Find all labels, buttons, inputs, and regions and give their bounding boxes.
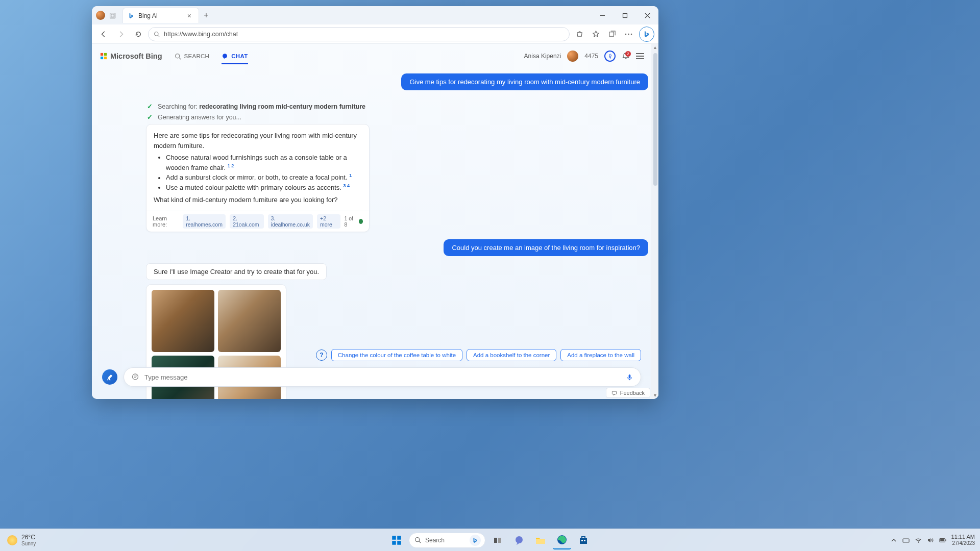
svg-rect-12 <box>101 53 103 56</box>
start-button[interactable] <box>387 531 406 549</box>
searching-status: ✓ Searching for: redecorating living roo… <box>102 103 648 110</box>
volume-icon[interactable] <box>927 537 934 544</box>
svg-rect-32 <box>494 538 497 543</box>
svg-point-6 <box>155 32 159 36</box>
svg-point-11 <box>630 33 632 35</box>
taskbar: 26°C Sunny Search 11:11 AM 27/4/2023 <box>0 529 980 551</box>
suggestion-chip[interactable]: Add a fireplace to the wall <box>560 349 641 361</box>
check-icon: ✓ <box>147 103 153 110</box>
suggestion-chip[interactable]: Change the colour of the coffee table to… <box>331 349 462 361</box>
taskbar-search[interactable]: Search <box>409 533 485 548</box>
svg-point-10 <box>628 33 629 35</box>
svg-point-9 <box>625 33 626 35</box>
browser-tab[interactable]: Bing AI × <box>122 8 199 23</box>
profile-avatar-icon[interactable] <box>96 11 105 20</box>
explorer-button[interactable] <box>531 531 550 549</box>
new-tab-button[interactable]: + <box>199 11 213 20</box>
bing-header: Microsoft Bing SEARCH CHAT Anisa Kipenzi… <box>92 44 658 68</box>
close-button[interactable] <box>636 6 658 24</box>
svg-point-18 <box>223 54 227 58</box>
shopping-icon[interactable] <box>572 27 587 42</box>
svg-rect-28 <box>392 541 396 545</box>
logo-text: Microsoft Bing <box>110 52 162 60</box>
message-input-box[interactable] <box>124 367 641 387</box>
citation[interactable]: 1 2 <box>228 163 234 168</box>
nav-chat[interactable]: CHAT <box>222 53 248 64</box>
source-chip-more[interactable]: +2 more <box>317 214 340 229</box>
refresh-button[interactable] <box>131 27 146 42</box>
svg-point-16 <box>175 54 179 58</box>
feedback-button[interactable]: Feedback <box>606 388 650 398</box>
maximize-button[interactable] <box>614 6 636 24</box>
svg-rect-33 <box>498 538 501 543</box>
task-view-button[interactable] <box>488 531 507 549</box>
answer-card: Here are some tips for redecorating your… <box>146 124 370 232</box>
searching-query: redecorating living room mid-century mod… <box>199 103 365 110</box>
menu-button[interactable] <box>636 53 644 59</box>
citation[interactable]: 1 <box>349 173 352 178</box>
tab-close-icon[interactable]: × <box>185 12 193 20</box>
store-button[interactable] <box>574 531 593 549</box>
system-tray: 11:11 AM 27/4/2023 <box>890 534 975 546</box>
generating-text: Generating answers for you... <box>158 114 241 121</box>
assistant-message: Sure I'll use Image Creator and try to c… <box>146 263 327 280</box>
suggestion-row: ? Change the colour of the coffee table … <box>316 349 641 361</box>
suggestion-chip[interactable]: Add a bookshelf to the corner <box>467 349 556 361</box>
edge-button[interactable] <box>553 531 571 549</box>
nav-search[interactable]: SEARCH <box>175 53 210 60</box>
svg-rect-14 <box>101 57 103 59</box>
chat-app-button[interactable] <box>510 531 528 549</box>
clock-date: 27/4/2023 <box>951 540 975 546</box>
bing-chat-icon[interactable] <box>470 535 481 546</box>
weather-sun-icon <box>7 535 17 545</box>
notifications-button[interactable]: 2 <box>622 52 630 60</box>
tab-actions-icon[interactable] <box>105 8 119 22</box>
source-chip[interactable]: 3. idealhome.co.uk <box>268 214 313 229</box>
citation[interactable]: 3 4 <box>344 183 350 188</box>
source-chip[interactable]: 2. 21oak.com <box>230 214 263 229</box>
svg-rect-40 <box>903 539 909 542</box>
bing-logo[interactable]: Microsoft Bing <box>100 52 162 60</box>
url-input[interactable]: https://www.bing.com/chat <box>148 27 570 41</box>
svg-rect-26 <box>392 536 396 540</box>
clock[interactable]: 11:11 AM 27/4/2023 <box>951 534 975 546</box>
svg-rect-15 <box>104 57 107 59</box>
more-icon[interactable] <box>621 27 636 42</box>
keyboard-icon[interactable] <box>902 537 910 544</box>
help-icon[interactable]: ? <box>316 349 327 361</box>
answer-intro: Here are some tips for redecorating your… <box>154 131 362 151</box>
message-input[interactable] <box>144 373 621 381</box>
chat-input-icon <box>131 373 139 381</box>
tab-title: Bing AI <box>138 12 158 19</box>
favorite-icon[interactable] <box>588 27 603 42</box>
username[interactable]: Anisa Kipenzi <box>524 53 561 60</box>
search-icon <box>414 537 421 543</box>
minimize-button[interactable] <box>591 6 614 24</box>
chevron-up-icon[interactable] <box>890 537 897 544</box>
generating-status: ✓ Generating answers for you... <box>102 113 648 121</box>
mic-button[interactable] <box>626 373 633 381</box>
source-chip[interactable]: 1. realhomes.com <box>183 214 226 229</box>
wifi-icon[interactable] <box>915 537 922 544</box>
svg-rect-13 <box>104 53 107 56</box>
feedback-label: Feedback <box>620 390 645 396</box>
generated-image[interactable] <box>218 290 281 352</box>
back-button[interactable] <box>96 27 111 42</box>
svg-point-30 <box>415 538 420 542</box>
svg-rect-23 <box>629 374 631 378</box>
status-dot-icon <box>359 219 363 224</box>
rewards-badge-icon[interactable] <box>604 51 616 62</box>
copilot-sidebar-button[interactable] <box>639 27 654 42</box>
battery-icon[interactable] <box>939 537 946 544</box>
svg-line-17 <box>179 57 180 59</box>
forward-button[interactable] <box>113 27 129 42</box>
svg-point-34 <box>516 536 523 543</box>
address-bar: https://www.bing.com/chat <box>92 24 658 44</box>
collections-icon[interactable] <box>604 27 620 42</box>
rewards-points[interactable]: 4475 <box>584 53 598 60</box>
weather-widget[interactable]: 26°C Sunny <box>7 534 36 546</box>
generated-image[interactable] <box>152 290 214 352</box>
new-topic-button[interactable] <box>102 369 117 385</box>
user-avatar-icon[interactable] <box>567 51 578 62</box>
bing-icon <box>128 13 134 19</box>
